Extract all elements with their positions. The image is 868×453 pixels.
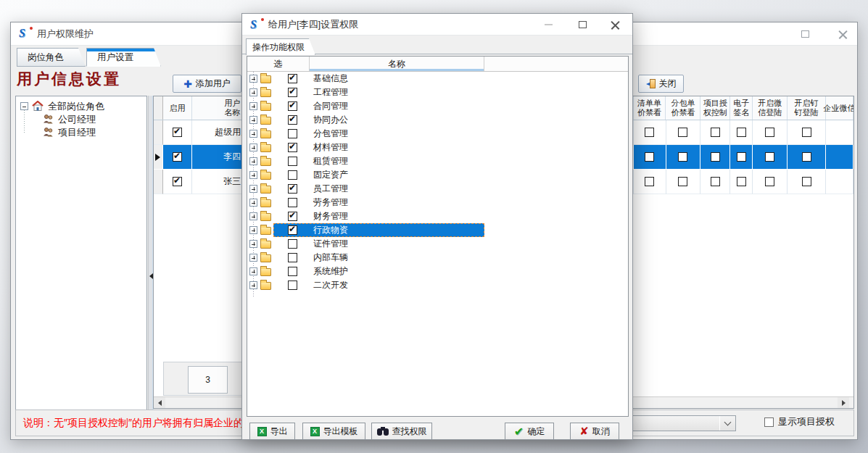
permission-row[interactable]: 员工管理 (247, 182, 628, 196)
permission-row[interactable]: 系统维护 (247, 265, 628, 278)
cancel-button[interactable]: 取消 (570, 423, 619, 440)
permission-row-body[interactable]: 二次开发 (273, 278, 484, 292)
permission-row[interactable]: 行政物资 (247, 223, 628, 237)
permission-row[interactable]: 劳务管理 (247, 196, 628, 209)
permission-row-body[interactable]: 行政物资 (273, 223, 484, 237)
option-checkbox[interactable] (802, 128, 811, 137)
option-checkbox[interactable] (802, 177, 811, 186)
add-user-button[interactable]: 添加用户 (173, 75, 241, 93)
permission-row-body[interactable]: 合同管理 (273, 99, 484, 113)
enable-checkbox[interactable] (173, 152, 182, 162)
tab-position-roles[interactable]: 岗位角色 (17, 48, 86, 67)
permission-checkbox[interactable] (288, 239, 297, 249)
expand-icon[interactable] (249, 281, 257, 289)
close-button[interactable] (831, 22, 854, 46)
expand-icon[interactable] (249, 240, 257, 248)
column-header-6[interactable]: 开启钉钉登陆 (788, 96, 826, 120)
expand-icon[interactable] (249, 75, 257, 83)
expand-icon[interactable] (249, 102, 257, 110)
permission-checkbox[interactable] (288, 280, 297, 290)
option-checkbox[interactable] (737, 128, 746, 137)
option-checkbox[interactable] (711, 177, 720, 186)
permission-row-body[interactable]: 固定资产 (273, 168, 484, 182)
role-tree-item[interactable]: 公司经理 (16, 113, 146, 126)
collapse-icon[interactable] (20, 102, 28, 110)
expand-icon[interactable] (249, 116, 257, 124)
permission-row-body[interactable]: 财务管理 (273, 209, 484, 223)
column-header-3[interactable]: 项目授权控制 (700, 96, 730, 120)
option-checkbox[interactable] (645, 128, 654, 137)
dialog-minimize-button[interactable] (537, 14, 560, 36)
option-checkbox[interactable] (765, 152, 774, 162)
dialog-maximize-button[interactable] (571, 14, 594, 36)
permission-checkbox[interactable] (288, 74, 297, 83)
permission-checkbox[interactable] (288, 267, 297, 276)
permission-checkbox[interactable] (288, 225, 297, 235)
export-template-button[interactable]: 导出模板 (302, 423, 365, 440)
permission-row-body[interactable]: 租赁管理 (273, 154, 484, 168)
permission-checkbox[interactable] (288, 88, 297, 97)
permission-row[interactable]: 内部车辆 (247, 251, 628, 265)
permission-row[interactable]: 工程管理 (247, 86, 628, 99)
option-checkbox[interactable] (802, 152, 811, 162)
expand-icon[interactable] (249, 212, 257, 220)
expand-icon[interactable] (249, 157, 257, 165)
option-checkbox[interactable] (711, 152, 720, 162)
permission-row[interactable]: 合同管理 (247, 99, 628, 113)
permission-row-body[interactable]: 系统维护 (273, 265, 484, 278)
permission-row[interactable]: 财务管理 (247, 209, 628, 223)
option-checkbox[interactable] (737, 152, 746, 162)
permission-row[interactable]: 固定资产 (247, 168, 628, 182)
column-header-1[interactable]: 清单单价禁看 (634, 96, 666, 120)
permission-row-body[interactable]: 劳务管理 (273, 196, 484, 209)
permission-row-body[interactable]: 协同办公 (273, 113, 484, 127)
option-checkbox[interactable] (711, 128, 720, 137)
expand-icon[interactable] (249, 199, 257, 207)
permission-row-body[interactable]: 员工管理 (273, 182, 484, 196)
option-checkbox[interactable] (678, 128, 687, 137)
find-permission-button[interactable]: 查找权限 (371, 423, 432, 440)
permission-row[interactable]: 协同办公 (247, 113, 628, 127)
permission-row[interactable]: 二次开发 (247, 278, 628, 292)
permission-checkbox[interactable] (288, 212, 297, 221)
permission-checkbox[interactable] (288, 143, 297, 152)
ok-button[interactable]: 确定 (505, 423, 554, 440)
expand-icon[interactable] (249, 267, 257, 275)
column-header-4[interactable]: 电子签名 (730, 96, 753, 120)
role-tree-item[interactable]: 项目经理 (16, 126, 146, 139)
tab-operation-permissions[interactable]: 操作功能权限 (246, 38, 315, 55)
enable-checkbox[interactable] (173, 177, 182, 186)
expand-icon[interactable] (249, 185, 257, 193)
column-header-enable[interactable]: 启用 (163, 96, 192, 120)
option-checkbox[interactable] (737, 177, 746, 186)
option-checkbox[interactable] (678, 177, 687, 186)
dropdown-arrow[interactable] (719, 416, 735, 431)
close-page-button[interactable]: 关闭 (638, 75, 684, 93)
export-button[interactable]: 导出 (249, 423, 295, 440)
tab-user-settings[interactable]: 用户设置 (86, 48, 161, 67)
expand-icon[interactable] (249, 144, 257, 151)
column-header-5[interactable]: 开启微信登陆 (753, 96, 788, 120)
permission-checkbox[interactable] (288, 170, 297, 180)
scroll-left-button[interactable] (154, 397, 165, 409)
permission-row-body[interactable]: 证件管理 (273, 237, 484, 251)
enable-checkbox[interactable] (173, 128, 182, 137)
permission-checkbox[interactable] (288, 184, 297, 194)
permission-row[interactable]: 证件管理 (247, 237, 628, 251)
permission-row-body[interactable]: 基础信息 (273, 72, 484, 86)
permission-row-body[interactable]: 分包管理 (273, 127, 484, 141)
column-header-2[interactable]: 分包单价禁看 (666, 96, 700, 120)
permission-row[interactable]: 基础信息 (247, 72, 628, 86)
column-header-name[interactable]: 名称 (310, 57, 484, 71)
option-checkbox[interactable] (765, 128, 774, 137)
permission-checkbox[interactable] (288, 198, 297, 207)
role-tree-root[interactable]: 全部岗位角色 (16, 100, 146, 113)
column-header-select[interactable]: 选 (247, 57, 310, 71)
permission-checkbox[interactable] (288, 129, 297, 138)
expand-icon[interactable] (249, 88, 257, 96)
expand-icon[interactable] (249, 130, 257, 138)
expand-icon[interactable] (249, 171, 257, 179)
permission-checkbox[interactable] (288, 101, 297, 111)
permission-row-body[interactable]: 工程管理 (273, 86, 484, 99)
permission-row[interactable]: 材料管理 (247, 141, 628, 154)
